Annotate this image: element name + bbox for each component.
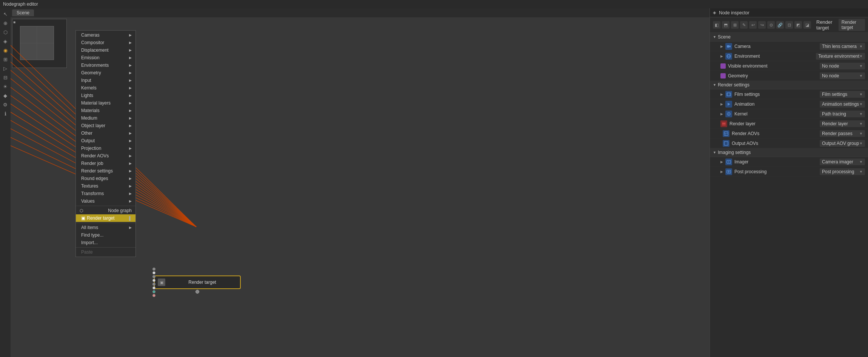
scene-section-title: Scene (718, 34, 731, 40)
play-icon[interactable]: ▷ (1, 64, 9, 72)
toolbar-icon-11[interactable]: ◪ (803, 21, 811, 29)
menu-item-transforms[interactable]: Transforms ▶ (76, 190, 135, 197)
toolbar-icon-8[interactable]: 🔗 (776, 21, 784, 29)
menu-item-emission[interactable]: Emission ▶ (76, 54, 135, 62)
expand-arrow[interactable]: ▶ (720, 45, 723, 48)
environment-prop-icon (725, 53, 732, 60)
menu-separator-3 (76, 247, 135, 248)
dropdown-arrow: ▼ (859, 102, 863, 106)
submenu-arrow: ▶ (129, 139, 132, 143)
menu-item-medium[interactable]: Medium ▶ (76, 114, 135, 122)
toolbar-icon-6[interactable]: ↪ (758, 21, 766, 29)
svg-marker-24 (728, 103, 730, 106)
menu-item-object-layer[interactable]: Object layer ▶ (76, 122, 135, 129)
camera-prop-value[interactable]: Thin lens camera ▼ (820, 43, 865, 50)
pin-input-8 (152, 294, 155, 297)
menu-item-render-target[interactable]: ▣ Render target ▌ (76, 214, 135, 222)
expand-arrow[interactable]: ▶ (720, 160, 723, 164)
menu-item-input[interactable]: Input ▶ (76, 77, 135, 84)
expand-arrow[interactable]: ▶ (720, 112, 723, 116)
submenu-arrow: ▶ (129, 116, 132, 120)
render-target-prop-value[interactable]: Render target (839, 19, 865, 31)
toolbar-icon-9[interactable]: ⊡ (785, 21, 793, 29)
expand-arrow[interactable]: ▶ (720, 102, 723, 106)
toolbar-icon-2[interactable]: ⬒ (722, 21, 729, 29)
menu-item-render-settings[interactable]: Render settings ▶ (76, 167, 135, 175)
submenu-arrow: ▶ (129, 71, 132, 75)
imager-prop-value[interactable]: Camera imager ▼ (820, 158, 865, 165)
imager-prop-icon (725, 158, 732, 165)
menu-item-other[interactable]: Other ▶ (76, 129, 135, 137)
menu-item-kernels[interactable]: Kernels ▶ (76, 84, 135, 92)
menu-item-output[interactable]: Output ▶ (76, 137, 135, 145)
kernel-prop-value[interactable]: Path tracing ▼ (820, 111, 865, 117)
menu-item-import[interactable]: Import... (76, 239, 135, 246)
render-aovs-prop-name: Render AOVs (732, 131, 817, 136)
mini-preview-label: ■ (13, 20, 15, 24)
select-box-icon[interactable]: ⬡ (1, 28, 9, 36)
prop-row-film-settings: ▶ Film settings Film settings ▼ (710, 89, 868, 99)
menu-item-environments[interactable]: Environments ▶ (76, 62, 135, 69)
svg-rect-28 (722, 123, 725, 124)
node-connect-icon[interactable]: ◈ (1, 37, 9, 45)
expand-arrow[interactable]: ▶ (720, 92, 723, 96)
right-panel: ◈ Node inspector ◧ ⬒ ⊞ ✎ ↩ ↪ ⊙ 🔗 ⊡ ◩ ◪ R… (709, 8, 868, 357)
render-target-node[interactable]: ▣ Render target (154, 275, 241, 289)
dropdown-arrow: ▼ (859, 64, 863, 68)
imaging-settings-section-header[interactable]: ▼ Imaging settings (710, 148, 868, 157)
imager-prop-name: Imager (734, 159, 817, 165)
toolbar-icon-5[interactable]: ↩ (749, 21, 757, 29)
grid-icon[interactable]: ⊞ (1, 55, 9, 63)
menu-item-lights[interactable]: Lights ▶ (76, 92, 135, 99)
toolbar-icon-1[interactable]: ◧ (713, 21, 720, 29)
menu-item-node-graph[interactable]: ⬡ Node graph (76, 207, 135, 214)
render-layer-prop-value[interactable]: Render layer ▼ (820, 120, 865, 127)
menu-item-cameras[interactable]: Cameras ▶ (76, 31, 135, 39)
toolbar-icon-4[interactable]: ✎ (740, 21, 748, 29)
menu-item-render-job[interactable]: Render job ▶ (76, 160, 135, 167)
view-icon[interactable]: ◉ (1, 46, 9, 54)
menu-item-render-aovs[interactable]: Render AOVs ▶ (76, 152, 135, 160)
output-aovs-prop-value[interactable]: Output AOV group ▼ (820, 140, 865, 147)
post-processing-prop-value[interactable]: Post processing ▼ (820, 168, 865, 175)
visible-env-prop-name: Visible environment (728, 63, 817, 69)
menu-item-projection[interactable]: Projection ▶ (76, 145, 135, 152)
diamond-icon[interactable]: ◆ (1, 91, 9, 100)
transform-icon[interactable]: ⊕ (1, 19, 9, 27)
animation-prop-value[interactable]: Animation settings ▼ (820, 101, 865, 108)
tab-scene[interactable]: Scene (12, 9, 34, 16)
menu-item-round-edges[interactable]: Round edges ▶ (76, 175, 135, 182)
menu-item-material-layers[interactable]: Material layers ▶ (76, 99, 135, 107)
cursor-icon[interactable]: ↖ (1, 10, 9, 18)
geometry-prop-value[interactable]: No node ▼ (820, 72, 865, 79)
menu-item-find-type[interactable]: Find type... (76, 231, 135, 239)
layout-icon[interactable]: ⊟ (1, 73, 9, 82)
prop-row-render-aovs: Render AOVs Render passes ▼ (710, 129, 868, 138)
scene-section-header[interactable]: ▼ Scene (710, 33, 868, 42)
info-icon[interactable]: ℹ (1, 109, 9, 118)
menu-item-geometry[interactable]: Geometry ▶ (76, 69, 135, 77)
visible-env-prop-value[interactable]: No node ▼ (820, 63, 865, 69)
svg-marker-17 (729, 45, 731, 48)
film-settings-prop-value[interactable]: Film settings ▼ (820, 91, 865, 98)
toolbar-icon-10[interactable]: ◩ (794, 21, 802, 29)
menu-item-all-items[interactable]: All items ▶ (76, 224, 135, 231)
menu-item-materials[interactable]: Materials ▶ (76, 107, 135, 114)
sun-icon[interactable]: ☀ (1, 82, 9, 91)
menu-item-values[interactable]: Values ▶ (76, 197, 135, 205)
menu-item-displacement[interactable]: Displacement ▶ (76, 46, 135, 54)
expand-arrow[interactable]: ▶ (720, 54, 723, 58)
render-settings-section-header[interactable]: ▼ Render settings (710, 81, 868, 89)
toolbar-icon-3[interactable]: ⊞ (731, 21, 739, 29)
submenu-arrow: ▶ (129, 63, 132, 67)
prop-row-visible-env: Visible environment No node ▼ (710, 61, 868, 71)
toolbar-icon-7[interactable]: ⊙ (767, 21, 775, 29)
menu-item-compositor[interactable]: Compositor ▶ (76, 39, 135, 46)
animation-prop-icon (725, 101, 732, 108)
menu-item-textures[interactable]: Textures ▶ (76, 182, 135, 190)
environment-prop-value[interactable]: Texture environment ▼ (816, 53, 865, 60)
render-aovs-prop-value[interactable]: Render passes ▼ (820, 130, 865, 137)
gear-icon[interactable]: ⚙ (1, 100, 9, 109)
expand-arrow[interactable]: ▶ (720, 170, 723, 174)
menu-item-paste: Paste (76, 248, 135, 256)
